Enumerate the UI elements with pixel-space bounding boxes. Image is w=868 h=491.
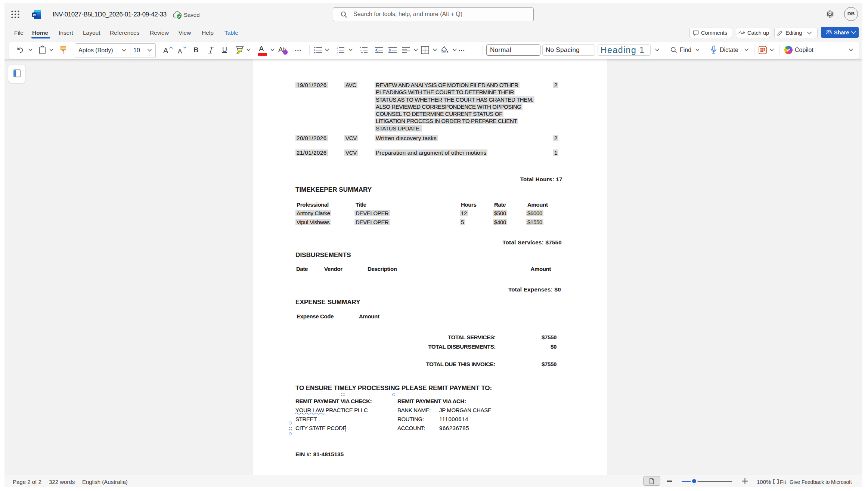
- svg-text:3: 3: [337, 52, 338, 53]
- svg-text:W: W: [33, 13, 36, 17]
- svg-text:2: 2: [337, 49, 338, 52]
- svg-text:1: 1: [337, 47, 338, 49]
